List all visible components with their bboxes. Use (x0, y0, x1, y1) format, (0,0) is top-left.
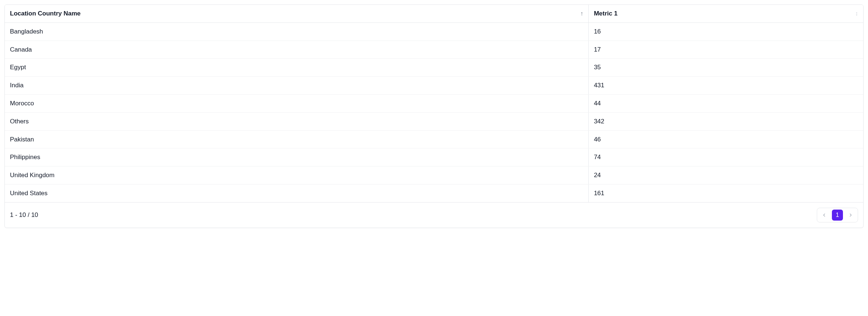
cell-location-country-name: India (5, 77, 588, 95)
table-row: Morocco44 (5, 94, 863, 112)
cell-metric-1: 431 (588, 77, 863, 95)
column-header-label: Location Country Name (10, 9, 81, 18)
cell-location-country-name: Philippines (5, 148, 588, 166)
column-header-location-country-name[interactable]: Location Country Name ↑ (5, 5, 588, 22)
cell-location-country-name: Canada (5, 41, 588, 59)
table-row: United States161 (5, 184, 863, 202)
cell-metric-1: 17 (588, 41, 863, 59)
cell-location-country-name: Morocco (5, 94, 588, 112)
cell-location-country-name: Bangladesh (5, 22, 588, 41)
cell-metric-1: 161 (588, 184, 863, 202)
cell-location-country-name: Egypt (5, 59, 588, 77)
pagination-prev-button[interactable] (819, 210, 830, 221)
cell-location-country-name: Others (5, 112, 588, 130)
chevron-right-icon (848, 213, 853, 218)
table-row: India431 (5, 77, 863, 95)
table-row: Others342 (5, 112, 863, 130)
cell-metric-1: 74 (588, 148, 863, 166)
table-row: United Kingdom24 (5, 166, 863, 185)
cell-metric-1: 16 (588, 22, 863, 41)
table-row: Canada17 (5, 41, 863, 59)
table-row: Bangladesh16 (5, 22, 863, 41)
pagination-controls: 1 (817, 208, 858, 222)
table-footer: 1 - 10 / 10 1 (5, 203, 863, 228)
column-header-metric-1[interactable]: Metric 1 ↕ (588, 5, 863, 22)
chevron-left-icon (822, 213, 827, 218)
pagination-range-text: 1 - 10 / 10 (10, 211, 38, 219)
cell-metric-1: 35 (588, 59, 863, 77)
data-table-card: Location Country Name ↑ Metric 1 ↕ Bangl… (4, 4, 864, 228)
table-row: Pakistan46 (5, 130, 863, 148)
data-table: Location Country Name ↑ Metric 1 ↕ Bangl… (5, 5, 863, 203)
pagination-next-button[interactable] (845, 210, 856, 221)
cell-location-country-name: United Kingdom (5, 166, 588, 185)
cell-metric-1: 342 (588, 112, 863, 130)
table-row: Egypt35 (5, 59, 863, 77)
table-header-row: Location Country Name ↑ Metric 1 ↕ (5, 5, 863, 22)
cell-metric-1: 24 (588, 166, 863, 185)
cell-metric-1: 46 (588, 130, 863, 148)
cell-location-country-name: Pakistan (5, 130, 588, 148)
sort-none-icon: ↕ (855, 11, 858, 17)
sort-asc-icon: ↑ (580, 11, 583, 17)
cell-location-country-name: United States (5, 184, 588, 202)
pagination-page-1-button[interactable]: 1 (832, 210, 843, 221)
column-header-label: Metric 1 (594, 9, 617, 18)
table-row: Philippines74 (5, 148, 863, 166)
cell-metric-1: 44 (588, 94, 863, 112)
